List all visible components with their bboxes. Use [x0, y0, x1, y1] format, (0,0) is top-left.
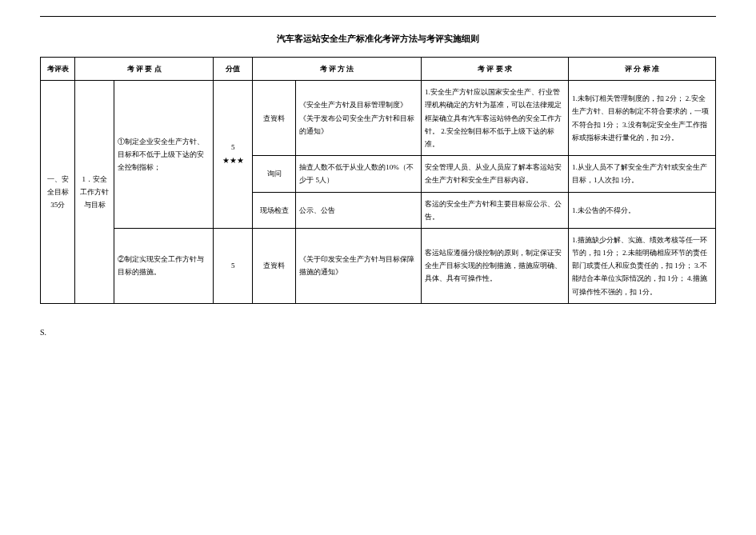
header-col1: 考评表: [41, 58, 75, 81]
method-cell: 询问: [253, 156, 296, 192]
method-desc-cell: 《关于印发安全生产方针与目标保障措施的通知》: [296, 228, 422, 303]
header-col3: 分值: [214, 58, 253, 81]
score-value: 5: [217, 141, 249, 154]
method-desc-cell: 抽查人数不低于从业人数的10%（不少于 5人）: [296, 156, 422, 192]
top-divider: [40, 16, 716, 17]
header-col2: 考 评 要 点: [75, 58, 214, 81]
point-cell: ②制定实现安全工作方针与目标的措施。: [114, 228, 213, 303]
standard-cell: 1.从业人员不了解安全生产方针或安全生产目标，1人次扣 1分。: [569, 156, 716, 192]
table-row: ②制定实现安全工作方针与目标的措施。 5 查资料 《关于印发安全生产方针与目标保…: [41, 228, 716, 303]
requirement-cell: 客运站应遵循分级控制的原则，制定保证安全生产目标实现的控制措施，措施应明确、具体…: [422, 228, 569, 303]
page-footer: S.: [40, 328, 716, 337]
requirement-cell: 客运的安全生产方针和主要目标应公示、公告。: [422, 192, 569, 228]
header-col5: 考 评 要 求: [422, 58, 569, 81]
method-cell: 查资料: [253, 228, 296, 303]
header-col4: 考 评 方 法: [253, 58, 422, 81]
standard-cell: 1.措施缺少分解、实施、绩效考核等任一环节的，扣 1分； 2.未能明确相应环节的…: [569, 228, 716, 303]
score-cell: 5 ★★★: [214, 81, 253, 229]
requirement-cell: 1.安全生产方针应以国家安全生产、行业管理机构确定的方针为基准，可以在法律规定框…: [422, 81, 569, 156]
section-cell: 一、安全目标 35分: [41, 81, 75, 304]
standard-cell: 1.未公告的不得分。: [569, 192, 716, 228]
method-desc-cell: 《安全生产方针及目标管理制度》 《关于发布公司安全生产方针和目标的通知》: [296, 81, 422, 156]
method-cell: 查资料: [253, 81, 296, 156]
method-cell: 现场检查: [253, 192, 296, 228]
table-header-row: 考评表 考 评 要 点 分值 考 评 方 法 考 评 要 求 评 分 标 准: [41, 58, 716, 81]
evaluation-table: 考评表 考 评 要 点 分值 考 评 方 法 考 评 要 求 评 分 标 准 一…: [40, 57, 716, 304]
score-cell: 5: [214, 228, 253, 303]
standard-cell: 1.未制订相关管理制度的，扣 2分； 2.安全生产方针、目标的制定不符合要求的，…: [569, 81, 716, 156]
method-desc-cell: 公示、公告: [296, 192, 422, 228]
requirement-cell: 安全管理人员、从业人员应了解本客运站安全生产方针和安全生产目标内容。: [422, 156, 569, 192]
table-row: 一、安全目标 35分 1．安全工作方针与目标 ①制定企业安全生产方针、目标和不低…: [41, 81, 716, 156]
header-col6: 评 分 标 准: [569, 58, 716, 81]
page-title: 汽车客运站安全生产标准化考评方法与考评实施细则: [40, 33, 716, 45]
star-rating: ★★★: [217, 154, 249, 168]
point-cell: ①制定企业安全生产方针、目标和不低于上级下达的安全控制指标；: [114, 81, 213, 229]
subsection-cell: 1．安全工作方针与目标: [75, 81, 114, 304]
